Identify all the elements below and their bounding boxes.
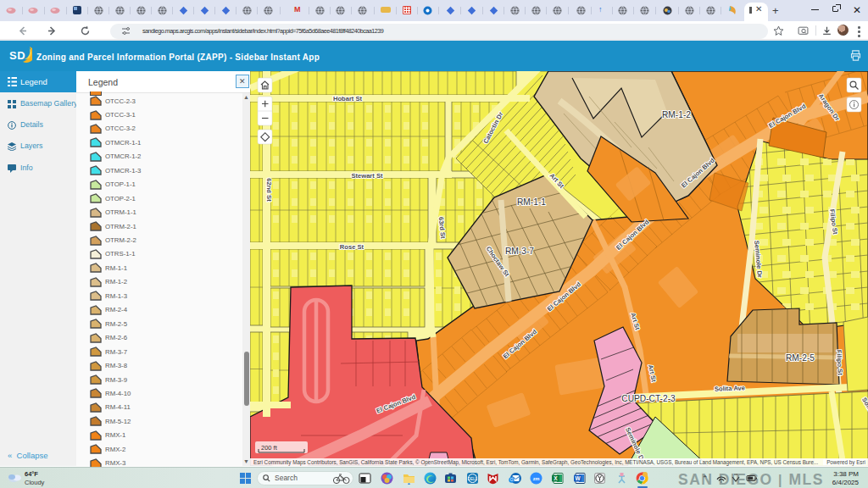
- svg-text:200 ft: 200 ft: [261, 444, 278, 452]
- svg-text:Hobart St: Hobart St: [333, 95, 363, 103]
- svg-text:Filipo St: Filipo St: [835, 350, 844, 376]
- svg-text:O: O: [510, 478, 514, 482]
- svg-text:W: W: [575, 475, 581, 481]
- svg-text:RM-1-2: RM-1-2: [662, 110, 691, 119]
- svg-text:CUPD-CT-2-3: CUPD-CT-2-3: [621, 394, 676, 403]
- svg-text:Rose St: Rose St: [340, 243, 364, 251]
- svg-text:zm: zm: [533, 476, 540, 481]
- svg-text:RM-3-7: RM-3-7: [505, 247, 534, 256]
- svg-text:DELL: DELL: [468, 477, 478, 481]
- svg-text:X: X: [554, 475, 558, 481]
- svg-text:Stewart St: Stewart St: [351, 172, 383, 180]
- svg-text:RM-2-5: RM-2-5: [786, 353, 815, 363]
- svg-text:RM-1-1: RM-1-1: [517, 197, 546, 207]
- svg-text:Solita Ave: Solita Ave: [715, 384, 745, 392]
- svg-text:62nd St: 62nd St: [265, 178, 273, 202]
